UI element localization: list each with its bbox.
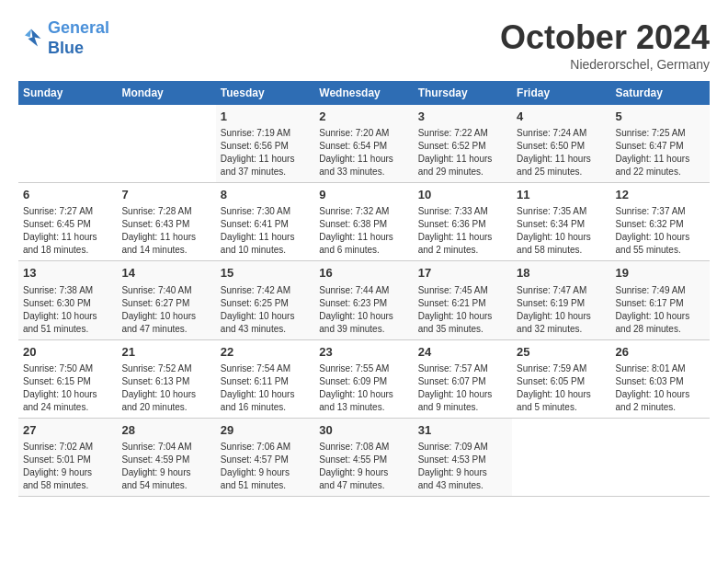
- day-number: 28: [121, 422, 210, 439]
- day-number: 21: [121, 344, 210, 361]
- day-number: 24: [418, 344, 507, 361]
- calendar-week-row: 20Sunrise: 7:50 AM Sunset: 6:15 PM Dayli…: [18, 339, 710, 418]
- day-info: Sunrise: 7:04 AM Sunset: 4:59 PM Dayligh…: [121, 441, 210, 492]
- day-number: 2: [319, 109, 408, 125]
- calendar-cell: 31Sunrise: 7:09 AM Sunset: 4:53 PM Dayli…: [414, 418, 512, 496]
- day-number: 1: [221, 109, 310, 125]
- day-info: Sunrise: 7:25 AM Sunset: 6:47 PM Dayligh…: [616, 127, 705, 178]
- weekday-header: Tuesday: [216, 81, 314, 105]
- day-number: 15: [221, 265, 310, 282]
- day-number: 3: [418, 109, 507, 125]
- title-block: October 2024 Niederorschel, Germany: [500, 18, 710, 72]
- day-info: Sunrise: 7:24 AM Sunset: 6:50 PM Dayligh…: [517, 127, 606, 178]
- day-info: Sunrise: 7:28 AM Sunset: 6:43 PM Dayligh…: [121, 205, 210, 257]
- calendar-cell: 4Sunrise: 7:24 AM Sunset: 6:50 PM Daylig…: [512, 105, 610, 183]
- calendar-week-row: 27Sunrise: 7:02 AM Sunset: 5:01 PM Dayli…: [18, 418, 710, 496]
- day-info: Sunrise: 7:59 AM Sunset: 6:05 PM Dayligh…: [517, 362, 606, 414]
- day-info: Sunrise: 7:47 AM Sunset: 6:19 PM Dayligh…: [517, 284, 606, 336]
- day-info: Sunrise: 7:50 AM Sunset: 6:15 PM Dayligh…: [23, 362, 112, 414]
- calendar-cell: 24Sunrise: 7:57 AM Sunset: 6:07 PM Dayli…: [414, 339, 512, 418]
- day-number: 20: [23, 344, 112, 361]
- weekday-header: Wednesday: [314, 81, 413, 105]
- calendar-cell: 28Sunrise: 7:04 AM Sunset: 4:59 PM Dayli…: [117, 418, 215, 496]
- calendar-cell: 25Sunrise: 7:59 AM Sunset: 6:05 PM Dayli…: [512, 339, 610, 418]
- day-info: Sunrise: 7:54 AM Sunset: 6:11 PM Dayligh…: [221, 362, 310, 414]
- calendar-cell: 23Sunrise: 7:55 AM Sunset: 6:09 PM Dayli…: [314, 339, 413, 418]
- day-number: 19: [616, 265, 705, 282]
- calendar-week-row: 13Sunrise: 7:38 AM Sunset: 6:30 PM Dayli…: [18, 261, 710, 339]
- day-number: 11: [517, 187, 606, 203]
- calendar-cell: 3Sunrise: 7:22 AM Sunset: 6:52 PM Daylig…: [414, 105, 512, 183]
- day-info: Sunrise: 7:06 AM Sunset: 4:57 PM Dayligh…: [221, 441, 310, 492]
- logo-text: General Blue: [48, 18, 109, 58]
- day-info: Sunrise: 7:45 AM Sunset: 6:21 PM Dayligh…: [418, 284, 507, 336]
- svg-marker-1: [25, 29, 31, 37]
- weekday-header-row: SundayMondayTuesdayWednesdayThursdayFrid…: [18, 81, 710, 105]
- day-info: Sunrise: 7:42 AM Sunset: 6:25 PM Dayligh…: [221, 284, 310, 336]
- logo: General Blue: [18, 18, 109, 58]
- calendar-cell: 8Sunrise: 7:30 AM Sunset: 6:41 PM Daylig…: [216, 183, 314, 261]
- day-number: 12: [616, 187, 705, 203]
- day-info: Sunrise: 8:01 AM Sunset: 6:03 PM Dayligh…: [616, 362, 705, 414]
- day-number: 6: [23, 187, 112, 203]
- day-number: 23: [319, 344, 408, 361]
- weekday-header: Monday: [117, 81, 215, 105]
- calendar-cell: 18Sunrise: 7:47 AM Sunset: 6:19 PM Dayli…: [512, 261, 610, 339]
- calendar-cell: [611, 418, 710, 496]
- calendar-cell: 19Sunrise: 7:49 AM Sunset: 6:17 PM Dayli…: [611, 261, 710, 339]
- day-info: Sunrise: 7:08 AM Sunset: 4:55 PM Dayligh…: [319, 441, 408, 492]
- day-info: Sunrise: 7:49 AM Sunset: 6:17 PM Dayligh…: [616, 284, 705, 336]
- day-info: Sunrise: 7:55 AM Sunset: 6:09 PM Dayligh…: [319, 362, 408, 414]
- day-info: Sunrise: 7:27 AM Sunset: 6:45 PM Dayligh…: [23, 205, 112, 257]
- day-number: 16: [319, 265, 408, 282]
- weekday-header: Sunday: [18, 81, 117, 105]
- day-info: Sunrise: 7:30 AM Sunset: 6:41 PM Dayligh…: [221, 205, 310, 257]
- day-number: 31: [418, 422, 507, 439]
- day-info: Sunrise: 7:19 AM Sunset: 6:56 PM Dayligh…: [221, 127, 310, 178]
- calendar-cell: 7Sunrise: 7:28 AM Sunset: 6:43 PM Daylig…: [117, 183, 215, 261]
- day-number: 13: [23, 265, 112, 282]
- day-number: 29: [221, 422, 310, 439]
- day-number: 14: [121, 265, 210, 282]
- day-info: Sunrise: 7:22 AM Sunset: 6:52 PM Dayligh…: [418, 127, 507, 178]
- calendar-cell: 16Sunrise: 7:44 AM Sunset: 6:23 PM Dayli…: [314, 261, 413, 339]
- calendar-cell: 13Sunrise: 7:38 AM Sunset: 6:30 PM Dayli…: [18, 261, 117, 339]
- day-info: Sunrise: 7:52 AM Sunset: 6:13 PM Dayligh…: [121, 362, 210, 414]
- calendar-cell: [512, 418, 610, 496]
- calendar-week-row: 1Sunrise: 7:19 AM Sunset: 6:56 PM Daylig…: [18, 105, 710, 183]
- calendar-cell: 1Sunrise: 7:19 AM Sunset: 6:56 PM Daylig…: [216, 105, 314, 183]
- weekday-header: Thursday: [414, 81, 512, 105]
- day-number: 10: [418, 187, 507, 203]
- day-info: Sunrise: 7:35 AM Sunset: 6:34 PM Dayligh…: [517, 205, 606, 257]
- day-info: Sunrise: 7:57 AM Sunset: 6:07 PM Dayligh…: [418, 362, 507, 414]
- day-info: Sunrise: 7:20 AM Sunset: 6:54 PM Dayligh…: [319, 127, 408, 178]
- day-number: 9: [319, 187, 408, 203]
- day-info: Sunrise: 7:02 AM Sunset: 5:01 PM Dayligh…: [23, 441, 112, 492]
- day-info: Sunrise: 7:32 AM Sunset: 6:38 PM Dayligh…: [319, 205, 408, 257]
- calendar-cell: 2Sunrise: 7:20 AM Sunset: 6:54 PM Daylig…: [314, 105, 413, 183]
- calendar-cell: 27Sunrise: 7:02 AM Sunset: 5:01 PM Dayli…: [18, 418, 117, 496]
- location: Niederorschel, Germany: [500, 57, 710, 72]
- day-info: Sunrise: 7:40 AM Sunset: 6:27 PM Dayligh…: [121, 284, 210, 336]
- calendar-cell: 11Sunrise: 7:35 AM Sunset: 6:34 PM Dayli…: [512, 183, 610, 261]
- day-number: 30: [319, 422, 408, 439]
- calendar-cell: 26Sunrise: 8:01 AM Sunset: 6:03 PM Dayli…: [611, 339, 710, 418]
- day-number: 17: [418, 265, 507, 282]
- day-number: 5: [616, 109, 705, 125]
- logo-icon: [18, 26, 44, 52]
- day-number: 26: [616, 344, 705, 361]
- calendar-cell: 10Sunrise: 7:33 AM Sunset: 6:36 PM Dayli…: [414, 183, 512, 261]
- day-number: 8: [221, 187, 310, 203]
- calendar-cell: 9Sunrise: 7:32 AM Sunset: 6:38 PM Daylig…: [314, 183, 413, 261]
- day-number: 18: [517, 265, 606, 282]
- calendar-cell: 20Sunrise: 7:50 AM Sunset: 6:15 PM Dayli…: [18, 339, 117, 418]
- calendar-cell: 6Sunrise: 7:27 AM Sunset: 6:45 PM Daylig…: [18, 183, 117, 261]
- calendar-cell: 14Sunrise: 7:40 AM Sunset: 6:27 PM Dayli…: [117, 261, 215, 339]
- calendar-cell: 17Sunrise: 7:45 AM Sunset: 6:21 PM Dayli…: [414, 261, 512, 339]
- calendar-cell: 15Sunrise: 7:42 AM Sunset: 6:25 PM Dayli…: [216, 261, 314, 339]
- day-number: 7: [121, 187, 210, 203]
- weekday-header: Friday: [512, 81, 610, 105]
- day-number: 25: [517, 344, 606, 361]
- page-header: General Blue October 2024 Niederorschel,…: [18, 18, 710, 72]
- weekday-header: Saturday: [611, 81, 710, 105]
